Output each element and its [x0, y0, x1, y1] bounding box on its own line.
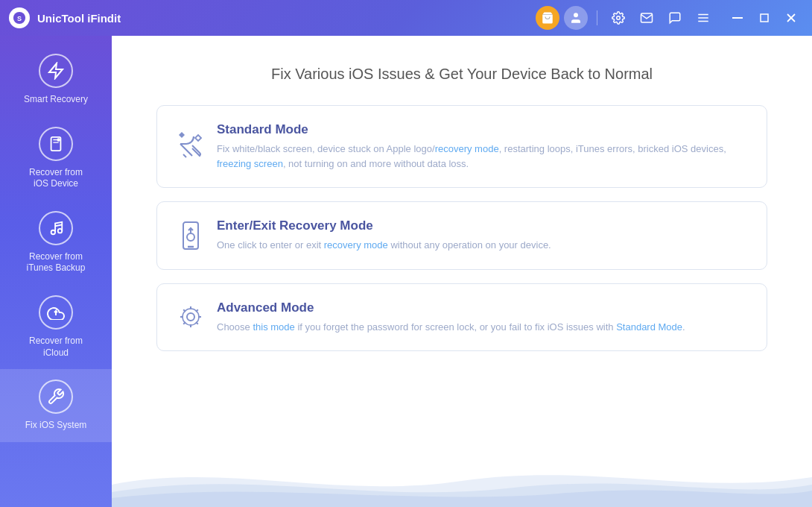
page-title: Fix Various iOS Issues & Get Your Device… [156, 66, 767, 83]
sidebar-label-recover-itunes: Recover fromiTunes Backup [27, 251, 86, 274]
advanced-mode-title: Advanced Mode [217, 300, 749, 315]
wrench-icon [39, 380, 73, 414]
advanced-mode-card[interactable]: Advanced Mode Choose this mode if you fo… [156, 283, 767, 352]
svg-point-22 [187, 233, 194, 241]
wave-decoration [112, 447, 812, 507]
sidebar-label-recover-icloud: Recover fromiCloud [29, 336, 83, 359]
settings-button[interactable] [606, 6, 630, 30]
svg-point-4 [617, 16, 621, 20]
sidebar: Smart Recovery Recover fromiOS Device [0, 36, 112, 507]
svg-point-25 [183, 309, 199, 325]
content-inner: Fix Various iOS Issues & Get Your Device… [112, 36, 812, 507]
phone-recovery-icon [174, 218, 208, 253]
svg-rect-9 [761, 14, 768, 22]
advanced-mode-desc: Choose this mode if you forget the passw… [217, 320, 749, 335]
sidebar-label-fix-ios: Fix iOS System [25, 420, 87, 432]
svg-rect-8 [732, 17, 743, 19]
standard-mode-desc: Fix white/black screen, device stuck on … [217, 142, 749, 171]
cart-button[interactable] [536, 6, 559, 30]
svg-point-24 [187, 313, 194, 321]
chat-button[interactable] [663, 6, 687, 30]
sidebar-item-smart-recovery[interactable]: Smart Recovery [0, 43, 112, 116]
enter-exit-recovery-card[interactable]: Enter/Exit Recovery Mode One click to en… [156, 201, 767, 270]
main-layout: Smart Recovery Recover fromiOS Device [0, 36, 812, 507]
enter-exit-desc: One click to enter or exit recovery mode… [217, 238, 749, 253]
tools-icon [174, 130, 208, 164]
app-title: UnicTool iFindit [37, 12, 536, 25]
sidebar-item-recover-icloud[interactable]: Recover fromiCloud [0, 285, 112, 369]
user-button[interactable] [564, 6, 588, 30]
enter-exit-highlight: recovery mode [324, 239, 388, 251]
window-controls [726, 6, 803, 30]
svg-rect-20 [183, 222, 198, 249]
close-button[interactable] [779, 6, 803, 30]
music-icon [39, 211, 73, 245]
standard-mode-title: Standard Mode [217, 122, 749, 137]
svg-point-3 [574, 13, 578, 17]
sidebar-label-recover-ios: Recover fromiOS Device [29, 167, 83, 190]
standard-mode-card[interactable]: Standard Mode Fix white/black screen, de… [156, 105, 767, 188]
gear-advanced-icon [174, 300, 208, 334]
svg-marker-12 [49, 63, 63, 78]
title-bar: S UnicTool iFindit [0, 0, 812, 36]
svg-text:S: S [17, 15, 22, 22]
svg-line-19 [183, 154, 186, 157]
sidebar-item-recover-ios[interactable]: Recover fromiOS Device [0, 116, 112, 201]
toolbar-actions [536, 6, 803, 30]
svg-line-18 [55, 224, 62, 226]
advanced-highlight2: Standard Mode [616, 321, 682, 333]
app-logo: S [9, 7, 30, 28]
toolbar-divider [597, 10, 597, 25]
svg-point-15 [57, 139, 60, 141]
enter-exit-title: Enter/Exit Recovery Mode [217, 218, 749, 233]
sidebar-label-smart-recovery: Smart Recovery [24, 94, 88, 106]
sidebar-item-recover-itunes[interactable]: Recover fromiTunes Backup [0, 201, 112, 285]
sidebar-item-fix-ios[interactable]: Fix iOS System [0, 369, 112, 442]
minimize-button[interactable] [726, 6, 749, 30]
advanced-highlight1: this mode [253, 321, 294, 333]
standard-mode-highlight1: recovery mode [435, 143, 499, 154]
cloud-icon [39, 295, 73, 330]
phone-icon [39, 127, 73, 161]
maximize-button[interactable] [752, 6, 776, 30]
mail-button[interactable] [635, 6, 659, 30]
content-area: Fix Various iOS Issues & Get Your Device… [112, 36, 812, 507]
menu-button[interactable] [691, 6, 715, 30]
standard-mode-highlight2: freezing screen [217, 158, 283, 169]
lightning-icon [39, 54, 73, 88]
